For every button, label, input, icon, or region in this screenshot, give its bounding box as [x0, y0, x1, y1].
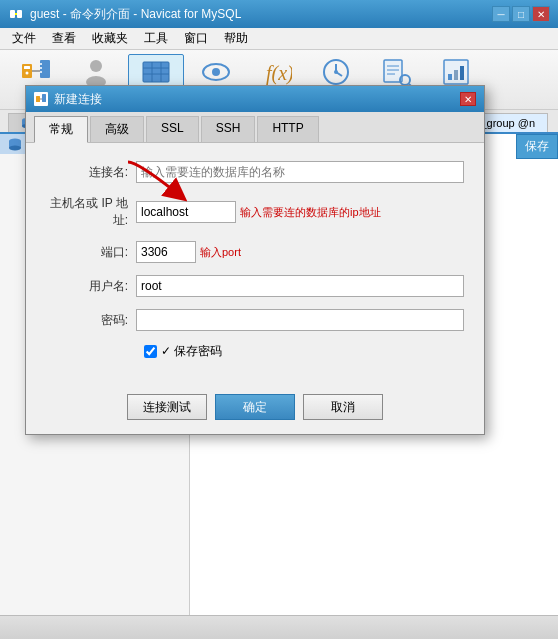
port-label: 端口:: [46, 244, 136, 261]
dialog-title-text: 新建连接: [54, 91, 460, 108]
host-placeholder-text: 输入需要连的数据库的ip地址: [240, 205, 381, 220]
dialog-tab-general[interactable]: 常规: [34, 116, 88, 143]
dialog-close-button[interactable]: ✕: [460, 92, 476, 106]
password-label: 密码:: [46, 312, 136, 329]
dialog-title-bar: 新建连接 ✕: [26, 86, 484, 112]
connection-name-input[interactable]: [136, 161, 464, 183]
form-row-save-password: ✓ 保存密码: [144, 343, 464, 360]
form-row-host: 主机名或 IP 地址: 输入需要连的数据库的ip地址: [46, 195, 464, 229]
dialog-overlay: 新建连接 ✕ 常规 高级 SSL SSH HTTP 连接名: 主机名或 IP 地…: [0, 0, 558, 639]
username-label: 用户名:: [46, 278, 136, 295]
form-row-port: 端口: 输入port: [46, 241, 464, 263]
form-row-password: 密码:: [46, 309, 464, 331]
port-placeholder-text: 输入port: [200, 245, 241, 260]
dialog-content: 连接名: 主机名或 IP 地址: 输入需要连的数据库的ip地址 端口: 输入po…: [26, 143, 484, 386]
save-password-checkbox[interactable]: [144, 345, 157, 358]
dialog-tab-advanced[interactable]: 高级: [90, 116, 144, 142]
host-input[interactable]: [136, 201, 236, 223]
ok-button[interactable]: 确定: [215, 394, 295, 420]
connection-name-label: 连接名:: [46, 164, 136, 181]
form-row-connection-name: 连接名:: [46, 161, 464, 183]
dialog-tab-ssl[interactable]: SSL: [146, 116, 199, 142]
dialog-title-icon: [34, 92, 48, 106]
dialog-tabs: 常规 高级 SSL SSH HTTP: [26, 112, 484, 143]
save-password-label: ✓ 保存密码: [161, 343, 222, 360]
username-input[interactable]: [136, 275, 464, 297]
dialog-tab-http[interactable]: HTTP: [257, 116, 318, 142]
svg-rect-41: [36, 96, 40, 102]
port-input[interactable]: [136, 241, 196, 263]
svg-rect-42: [42, 94, 46, 102]
dialog-buttons: 连接测试 确定 取消: [26, 386, 484, 434]
dialog-tab-ssh[interactable]: SSH: [201, 116, 256, 142]
test-connection-button[interactable]: 连接测试: [127, 394, 207, 420]
host-label: 主机名或 IP 地址:: [46, 195, 136, 229]
new-connection-dialog: 新建连接 ✕ 常规 高级 SSL SSH HTTP 连接名: 主机名或 IP 地…: [25, 85, 485, 435]
form-row-username: 用户名:: [46, 275, 464, 297]
cancel-button[interactable]: 取消: [303, 394, 383, 420]
password-input[interactable]: [136, 309, 464, 331]
